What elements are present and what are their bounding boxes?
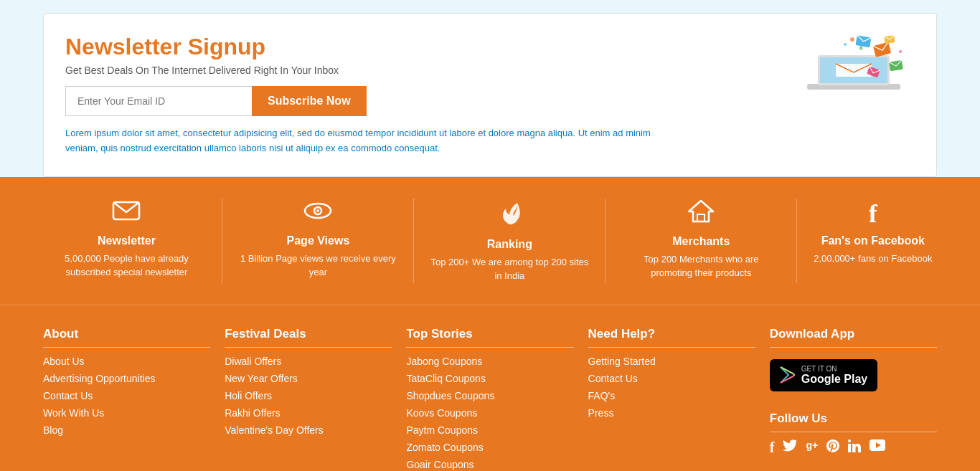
svg-rect-19 (848, 444, 851, 452)
list-item: Jabong Coupons (406, 355, 573, 368)
footer-grid: About About Us Advertising Opportunities… (43, 327, 937, 471)
list-item: Valentine's Day Offers (225, 424, 392, 437)
stat-facebook-desc: 2,00,000+ fans on Facebook (814, 252, 932, 266)
newsletter-wrapper: Newsletter Signup Get Best Deals On The … (0, 0, 980, 177)
footer-stories-col: Top Stories Jabong Coupons TataCliq Coup… (406, 327, 573, 471)
newsletter-title: Newsletter Signup (65, 34, 778, 60)
email-input[interactable] (65, 86, 252, 116)
footer-stories-list: Jabong Coupons TataCliq Coupons Shopdues… (406, 355, 573, 471)
list-item: Goair Coupons (406, 458, 573, 471)
footer: About About Us Advertising Opportunities… (0, 305, 980, 471)
zomato-link[interactable]: Zomato Coupons (406, 442, 483, 453)
google-play-big: Google Play (801, 373, 867, 386)
footer-festival-list: Diwali Offers New Year Offers Holi Offer… (225, 355, 392, 437)
facebook-icon: f (869, 199, 877, 229)
stat-pageviews-desc: 1 Billion Page views we receive every ye… (239, 252, 397, 280)
advertising-link[interactable]: Advertising Opportunities (43, 373, 155, 384)
getting-started-link[interactable]: Getting Started (588, 356, 656, 367)
newyear-link[interactable]: New Year Offers (225, 373, 298, 384)
svg-point-10 (844, 43, 847, 46)
koovs-link[interactable]: Koovs Coupons (406, 407, 477, 419)
stat-merchants-label: Merchants (672, 235, 730, 248)
work-with-us-link[interactable]: Work With Us (43, 407, 104, 419)
footer-help-col: Need Help? Getting Started Contact Us FA… (588, 327, 755, 471)
footer-festival-col: Festival Deals Diwali Offers New Year Of… (225, 327, 392, 471)
stat-facebook: f Fan's on Facebook 2,00,000+ fans on Fa… (814, 199, 932, 266)
list-item: Blog (43, 424, 210, 437)
stat-pageviews: Page Views 1 Billion Page views we recei… (239, 199, 397, 280)
stat-ranking: Ranking Top 200+ We are among top 200 si… (430, 199, 588, 283)
house-icon (687, 199, 715, 229)
newsletter-description: Lorem ipsum dolor sit amet, consectetur … (65, 126, 654, 156)
holi-link[interactable]: Holi Offers (225, 390, 272, 401)
jabong-link[interactable]: Jabong Coupons (406, 356, 482, 367)
stat-newsletter-desc: 5,00,000 People have already subscribed … (47, 252, 205, 280)
contact-link[interactable]: Contact Us (588, 373, 638, 384)
footer-help-heading: Need Help? (588, 327, 755, 348)
newsletter-card: Newsletter Signup Get Best Deals On The … (43, 13, 937, 177)
shopdues-link[interactable]: Shopdues Coupons (406, 390, 494, 401)
googleplus-social-icon[interactable]: g+ (806, 439, 818, 459)
goair-link[interactable]: Goair Coupons (406, 459, 473, 470)
paytm-link[interactable]: Paytm Coupons (406, 424, 478, 436)
footer-app-col: Download App GET IT ON Google Play Follo… (770, 327, 937, 471)
eye-icon (303, 199, 332, 229)
stat-merchants-desc: Top 200 Merchants who are promoting thei… (622, 252, 780, 280)
social-icons: f g+ (770, 439, 937, 459)
follow-us-heading: Follow Us (770, 411, 937, 432)
svg-marker-17 (689, 201, 713, 222)
diwali-link[interactable]: Diwali Offers (225, 356, 281, 367)
list-item: Paytm Coupons (406, 424, 573, 437)
list-item: Getting Started (588, 355, 755, 368)
facebook-social-icon[interactable]: f (770, 439, 775, 459)
blog-link[interactable]: Blog (43, 424, 63, 436)
svg-point-20 (848, 439, 851, 442)
youtube-social-icon[interactable] (870, 439, 885, 459)
newsletter-icon (112, 199, 141, 229)
contact-us-link[interactable]: Contact Us (43, 390, 93, 401)
footer-about-col: About About Us Advertising Opportunities… (43, 327, 210, 471)
list-item: FAQ's (588, 389, 755, 402)
google-play-text: GET IT ON Google Play (801, 365, 867, 386)
stat-pageviews-label: Page Views (287, 234, 350, 247)
footer-festival-heading: Festival Deals (225, 327, 392, 348)
footer-app-heading: Download App (770, 327, 937, 348)
google-play-button[interactable]: GET IT ON Google Play (770, 359, 877, 391)
twitter-social-icon[interactable] (783, 439, 797, 459)
list-item: TataCliq Coupons (406, 372, 573, 385)
stats-bar: Newsletter 5,00,000 People have already … (0, 177, 980, 305)
list-item: Work With Us (43, 406, 210, 419)
footer-help-list: Getting Started Contact Us FAQ's Press (588, 355, 755, 419)
newsletter-form: Subscribe Now (65, 86, 778, 116)
newsletter-subtitle: Get Best Deals On The Internet Delivered… (65, 65, 778, 76)
subscribe-button[interactable]: Subscribe Now (252, 86, 367, 116)
footer-about-list: About Us Advertising Opportunities Conta… (43, 355, 210, 437)
tatacliq-link[interactable]: TataCliq Coupons (406, 373, 486, 384)
stat-newsletter: Newsletter 5,00,000 People have already … (47, 199, 205, 280)
footer-about-heading: About (43, 327, 210, 348)
list-item: Koovs Coupons (406, 406, 573, 419)
svg-point-16 (316, 209, 319, 212)
list-item: Zomato Coupons (406, 441, 573, 454)
svg-point-11 (859, 47, 863, 50)
linkedin-social-icon[interactable] (848, 439, 861, 459)
svg-rect-4 (873, 42, 891, 57)
pinterest-social-icon[interactable] (826, 439, 839, 459)
list-item: Shopdues Coupons (406, 389, 573, 402)
press-link[interactable]: Press (588, 407, 614, 419)
svg-point-9 (850, 37, 854, 42)
newsletter-left: Newsletter Signup Get Best Deals On The … (65, 34, 778, 156)
list-item: Holi Offers (225, 389, 392, 402)
google-play-small: GET IT ON (801, 365, 867, 373)
svg-point-12 (899, 50, 902, 53)
list-item: Contact Us (588, 372, 755, 385)
flame-icon (497, 199, 522, 232)
faq-link[interactable]: FAQ's (588, 390, 616, 401)
stat-merchants: Merchants Top 200 Merchants who are prom… (622, 199, 780, 280)
list-item: Diwali Offers (225, 355, 392, 368)
rakhi-link[interactable]: Rakhi Offers (225, 407, 281, 419)
about-us-link[interactable]: About Us (43, 356, 85, 367)
list-item: About Us (43, 355, 210, 368)
list-item: New Year Offers (225, 372, 392, 385)
valentine-link[interactable]: Valentine's Day Offers (225, 424, 324, 436)
